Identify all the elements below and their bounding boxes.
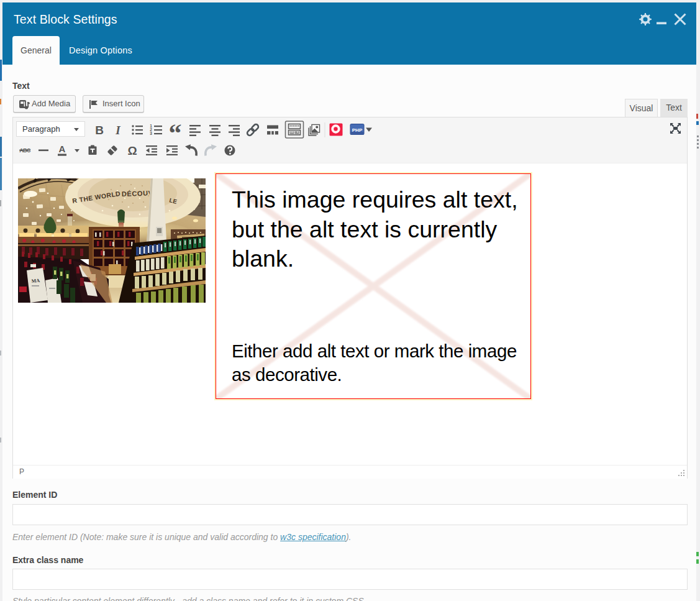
svg-text:Ω: Ω	[127, 144, 137, 157]
svg-text:PHP: PHP	[352, 127, 363, 133]
svg-text:MA: MA	[31, 278, 40, 284]
svg-text:A: A	[59, 144, 66, 154]
svg-text:“: “	[169, 119, 182, 147]
svg-text:I: I	[115, 124, 120, 137]
svg-text:DÉCOUV: DÉCOUV	[122, 189, 153, 198]
svg-text:B: B	[95, 124, 104, 137]
svg-text:3: 3	[150, 131, 152, 135]
